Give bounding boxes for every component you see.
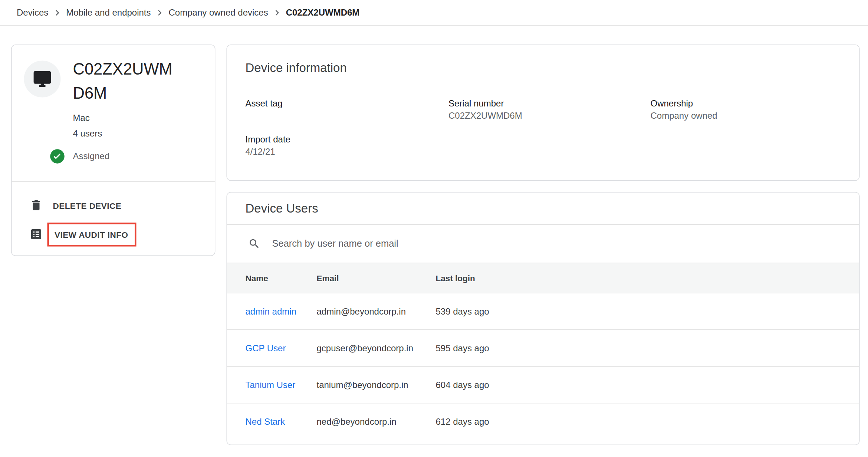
device-information-fields: Asset tag Serial number C02ZX2UWMD6M Own…: [227, 99, 859, 158]
device-avatar: [24, 61, 61, 98]
user-search-input[interactable]: [272, 238, 859, 249]
check-circle-icon: [50, 149, 65, 164]
table-row: Ned Stark ned@beyondcorp.in 612 days ago: [227, 404, 859, 440]
table-row: Tanium User tanium@beyondcorp.in 604 day…: [227, 367, 859, 404]
chevron-right-icon: [154, 7, 165, 18]
device-name: C02ZX2UWMD6M: [73, 57, 179, 105]
device-information-card: Device information Asset tag Serial numb…: [227, 45, 860, 181]
field-label: Asset tag: [246, 99, 449, 109]
field-ownership: Ownership Company owned: [651, 99, 841, 122]
user-email: ned@beyondcorp.in: [317, 417, 436, 427]
user-name-link[interactable]: Tanium User: [246, 380, 296, 389]
delete-device-button[interactable]: DELETE DEVICE: [12, 191, 215, 220]
desktop-monitor-icon: [33, 70, 52, 89]
trash-icon: [30, 199, 43, 212]
device-information-title: Device information: [246, 61, 347, 75]
page: Devices Mobile and endpoints Company own…: [0, 0, 868, 457]
device-users-card: Device Users Name Email Last login admin…: [227, 192, 860, 446]
user-email: gcpuser@beyondcorp.in: [317, 343, 436, 353]
breadcrumb-item-company-owned[interactable]: Company owned devices: [169, 7, 268, 17]
user-email: admin@beyondcorp.in: [317, 306, 436, 316]
user-last-login: 612 days ago: [436, 417, 859, 427]
user-last-login: 604 days ago: [436, 380, 859, 390]
user-name-link[interactable]: GCP User: [246, 343, 286, 353]
breadcrumb-item-devices[interactable]: Devices: [17, 7, 48, 17]
device-users-title: Device Users: [246, 201, 318, 216]
chevron-right-icon: [52, 7, 63, 18]
list-icon: [30, 228, 43, 241]
field-value: 4/12/21: [246, 147, 449, 158]
field-value: [246, 111, 449, 122]
device-summary-card: C02ZX2UWMD6M Mac 4 users Assigned DELETE…: [11, 45, 216, 256]
field-label: Import date: [246, 135, 449, 145]
breadcrumb-current-device: C02ZX2UWMD6M: [286, 7, 360, 17]
user-name-link[interactable]: Ned Stark: [246, 417, 285, 427]
device-users-header: Device Users: [227, 193, 859, 225]
view-audit-info-button[interactable]: VIEW AUDIT INFO: [12, 220, 215, 249]
view-audit-info-label-annotation-highlight: VIEW AUDIT INFO: [47, 222, 137, 246]
user-last-login: 539 days ago: [436, 306, 859, 316]
field-asset-tag: Asset tag: [246, 99, 449, 122]
users-table-header: Name Email Last login: [227, 263, 859, 293]
search-icon: [248, 238, 260, 250]
device-platform: Mac: [73, 113, 90, 123]
chevron-right-icon: [272, 7, 283, 18]
table-row: admin admin admin@beyondcorp.in 539 days…: [227, 293, 859, 330]
user-name-link[interactable]: admin admin: [246, 306, 296, 316]
column-header-last-login: Last login: [436, 273, 859, 283]
breadcrumb-item-mobile-endpoints[interactable]: Mobile and endpoints: [66, 7, 151, 17]
breadcrumb: Devices Mobile and endpoints Company own…: [0, 0, 868, 26]
field-value: Company owned: [651, 111, 841, 122]
column-header-email: Email: [317, 273, 436, 283]
user-search-row: [227, 225, 859, 263]
delete-device-label: DELETE DEVICE: [53, 201, 122, 210]
field-label: Serial number: [448, 99, 651, 109]
device-status: Assigned: [50, 149, 110, 164]
field-value: C02ZX2UWMD6M: [448, 111, 651, 122]
table-row: GCP User gcpuser@beyondcorp.in 595 days …: [227, 330, 859, 367]
field-import-date: Import date 4/12/21: [246, 135, 449, 158]
user-last-login: 595 days ago: [436, 343, 859, 353]
device-user-count: 4 users: [73, 129, 102, 139]
field-label: Ownership: [651, 99, 841, 109]
user-email: tanium@beyondcorp.in: [317, 380, 436, 390]
field-serial-number: Serial number C02ZX2UWMD6M: [448, 99, 651, 122]
status-badge: Assigned: [73, 151, 110, 161]
column-header-name: Name: [246, 273, 317, 283]
divider: [12, 181, 215, 182]
